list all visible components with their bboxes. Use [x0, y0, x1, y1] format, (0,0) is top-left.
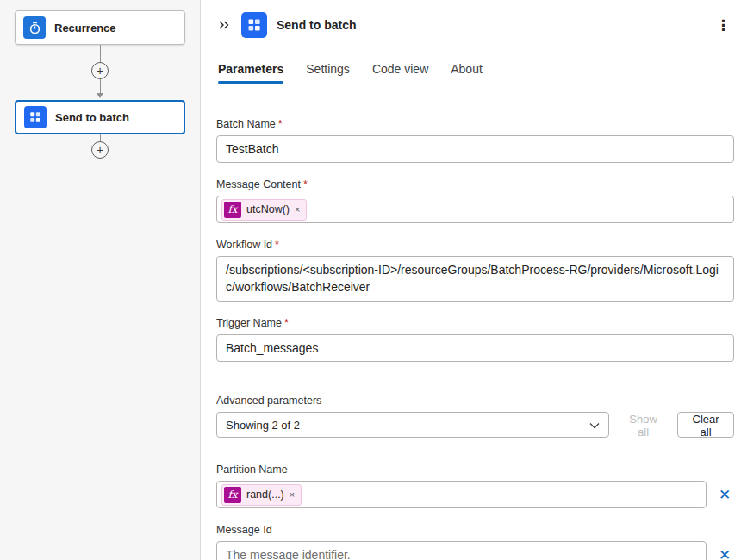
message-content-field: Message Content* fx utcNow() ×: [216, 178, 734, 223]
trigger-name-label: Trigger Name*: [216, 317, 734, 329]
panel-header: Send to batch ⋮: [216, 12, 734, 38]
tab-about[interactable]: About: [451, 62, 483, 84]
connector-line: [100, 45, 101, 62]
message-id-label: Message Id: [216, 524, 734, 536]
advanced-parameters-section: Advanced parameters Showing 2 of 2 Show …: [216, 395, 734, 438]
parameters-form: Batch Name* Message Content* fx utcNow()…: [216, 118, 734, 560]
token-label: utcNow(): [246, 203, 290, 215]
tab-settings[interactable]: Settings: [306, 62, 350, 84]
advanced-parameters-row: Showing 2 of 2 Show all Clear all: [216, 412, 734, 438]
node-label: Send to batch: [55, 111, 129, 124]
panel-title: Send to batch: [277, 18, 357, 32]
connector-line: [100, 134, 101, 141]
batch-name-input[interactable]: [216, 135, 734, 163]
clear-all-button[interactable]: Clear all: [677, 412, 734, 438]
logic-apps-designer: Recurrence + Send to batch +: [0, 0, 741, 560]
workflow-id-label: Workflow Id*: [216, 239, 734, 251]
expression-token[interactable]: fx utcNow() ×: [221, 199, 307, 221]
required-asterisk: *: [275, 239, 279, 251]
dropdown-value: Showing 2 of 2: [226, 419, 300, 432]
trigger-name-input[interactable]: [216, 334, 734, 362]
insert-step-button[interactable]: +: [91, 62, 109, 79]
chevron-down-icon: [589, 419, 600, 432]
token-label: rand(...): [246, 488, 284, 501]
batch-icon: [241, 12, 267, 38]
required-asterisk: *: [278, 118, 283, 130]
connector-arrow-icon: [97, 93, 103, 98]
connector-line: [100, 79, 101, 93]
plus-icon: +: [97, 144, 103, 156]
remove-message-id-button[interactable]: ✕: [715, 548, 734, 560]
fx-icon: fx: [224, 202, 241, 218]
more-menu-button[interactable]: ⋮: [713, 16, 734, 34]
trigger-name-field: Trigger Name*: [216, 317, 734, 362]
node-send-to-batch[interactable]: Send to batch: [15, 100, 185, 134]
recurrence-icon: [23, 16, 46, 39]
message-id-row: ✕: [216, 541, 734, 560]
plus-icon: +: [97, 65, 103, 77]
advanced-parameters-dropdown[interactable]: Showing 2 of 2: [216, 412, 609, 438]
batch-icon: [24, 106, 47, 128]
tab-parameters[interactable]: Parameters: [218, 62, 283, 84]
fx-icon: fx: [224, 487, 241, 503]
collapse-panel-button[interactable]: [216, 17, 232, 33]
expression-token[interactable]: fx rand(...) ×: [221, 484, 302, 506]
workflow-id-field: Workflow Id* /subscriptions/<subscriptio…: [216, 239, 734, 302]
partition-name-input[interactable]: fx rand(...) ×: [216, 481, 707, 508]
batch-name-field: Batch Name*: [216, 118, 734, 163]
required-asterisk: *: [284, 317, 289, 329]
remove-partition-name-button[interactable]: ✕: [715, 488, 734, 502]
advanced-parameters-label: Advanced parameters: [216, 395, 734, 407]
add-step-button[interactable]: +: [91, 141, 109, 159]
workflow-canvas: Recurrence + Send to batch +: [0, 0, 201, 560]
batch-name-label: Batch Name*: [216, 118, 734, 130]
node-label: Recurrence: [54, 22, 116, 34]
tab-code-view[interactable]: Code view: [372, 62, 428, 84]
message-id-input[interactable]: [216, 541, 707, 560]
token-remove-icon[interactable]: ×: [295, 204, 300, 215]
partition-name-field: Partition Name fx rand(...) × ✕: [216, 464, 734, 508]
partition-name-row: fx rand(...) × ✕: [216, 481, 734, 508]
message-content-label: Message Content*: [216, 178, 734, 190]
message-content-input[interactable]: fx utcNow() ×: [216, 196, 734, 223]
panel-tabs: Parameters Settings Code view About: [216, 62, 734, 84]
operation-panel: Send to batch ⋮ Parameters Settings Code…: [201, 0, 741, 560]
partition-name-label: Partition Name: [216, 464, 734, 476]
token-remove-icon[interactable]: ×: [290, 489, 295, 500]
message-id-field: Message Id ✕: [216, 524, 734, 560]
required-asterisk: *: [303, 178, 308, 190]
node-recurrence[interactable]: Recurrence: [15, 10, 185, 45]
workflow-id-input[interactable]: /subscriptions/<subscription-ID>/resourc…: [216, 256, 734, 302]
show-all-button[interactable]: Show all: [614, 412, 672, 438]
